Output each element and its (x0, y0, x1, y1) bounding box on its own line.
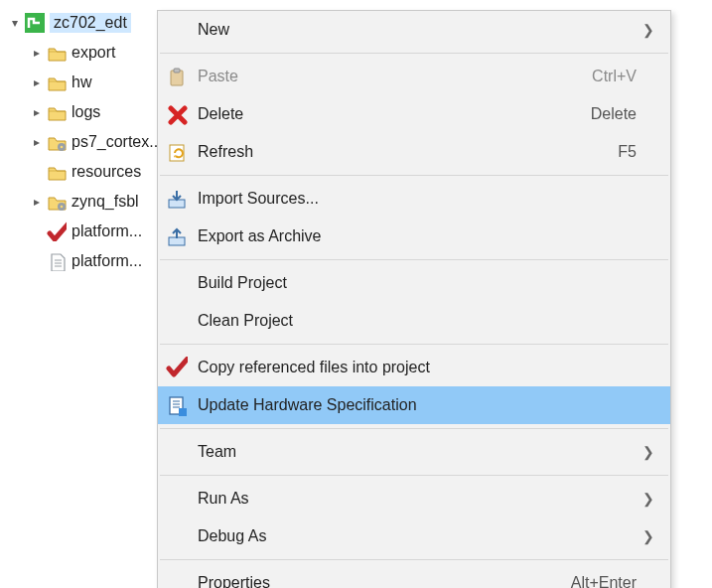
folder-icon (46, 161, 68, 183)
chevron-right-icon: ❯ (637, 491, 654, 507)
menu-separator (160, 475, 668, 476)
blank-icon (164, 439, 190, 465)
menu-item-label: Build Project (198, 274, 637, 292)
menu-item-label: Import Sources... (198, 190, 637, 208)
menu-item[interactable]: Clean Project (158, 302, 670, 340)
menu-item[interactable]: Update Hardware Specification (158, 386, 670, 424)
menu-item[interactable]: Export as Archive (158, 218, 670, 255)
tree-item-label: platform... (71, 222, 142, 240)
menu-item-label: Delete (198, 105, 581, 123)
blank-icon (164, 270, 190, 296)
menu-item-accel: Ctrl+V (592, 68, 637, 85)
tree-root-label: zc702_edt (50, 13, 131, 33)
twisty-right-icon[interactable]: ▸ (30, 195, 44, 209)
menu-item-label: Copy referenced files into project (198, 359, 637, 376)
menu-item-label: Run As (198, 490, 637, 508)
twisty-right-icon[interactable]: ▸ (30, 105, 44, 119)
menu-item-label: Export as Archive (198, 227, 637, 245)
blank-icon (164, 486, 190, 512)
menu-item[interactable]: New❯ (158, 11, 670, 49)
menu-separator (160, 175, 668, 176)
menu-separator (160, 559, 668, 560)
tree-item-label: hw (71, 74, 91, 91)
menu-item: PasteCtrl+V (158, 58, 670, 95)
blank-icon (164, 17, 190, 43)
menu-item-label: Clean Project (198, 312, 637, 330)
menu-item[interactable]: RefreshF5 (158, 133, 670, 171)
menu-separator (160, 259, 668, 260)
blank-icon (164, 308, 190, 334)
file-icon (46, 250, 68, 272)
menu-item-label: Debug As (198, 527, 637, 545)
menu-separator (160, 428, 668, 429)
menu-item-accel: Delete (591, 105, 637, 123)
twisty-down-icon[interactable]: ▾ (8, 16, 22, 30)
tree-item-label: export (71, 44, 115, 62)
tree-item-label: ps7_cortex... (71, 133, 163, 151)
folder-icon (46, 42, 68, 64)
twisty-right-icon[interactable]: ▸ (30, 135, 44, 149)
menu-item[interactable]: DeleteDelete (158, 95, 670, 133)
menu-item-accel: F5 (618, 143, 637, 161)
delete-x-icon (164, 101, 190, 127)
menu-item-label: New (198, 21, 637, 39)
folder-icon (46, 101, 68, 123)
menu-item-label: Paste (198, 68, 582, 85)
menu-item[interactable]: Debug As❯ (158, 517, 670, 555)
chevron-right-icon: ❯ (637, 528, 654, 544)
folder-gear-icon (46, 191, 68, 213)
blank-icon (164, 523, 190, 549)
menu-item-label: Team (198, 443, 637, 461)
export-icon (164, 223, 190, 249)
doc-blue-icon (164, 392, 190, 418)
menu-item-label: Refresh (198, 143, 608, 161)
twisty-right-icon[interactable]: ▸ (30, 46, 44, 60)
tree-item-label: resources (71, 163, 141, 181)
context-menu: New❯PasteCtrl+VDeleteDeleteRefreshF5Impo… (157, 10, 671, 588)
check-red-icon (46, 220, 68, 242)
refresh-icon (164, 139, 190, 165)
check-red-icon (164, 355, 190, 380)
menu-item-label: Update Hardware Specification (198, 396, 637, 414)
menu-item[interactable]: Run As❯ (158, 480, 670, 517)
tree-item-label: logs (71, 103, 100, 121)
menu-item[interactable]: Team❯ (158, 433, 670, 471)
menu-item[interactable]: Build Project (158, 264, 670, 302)
blank-icon (164, 570, 190, 588)
menu-separator (160, 344, 668, 345)
tree-item-label: platform... (71, 252, 142, 270)
twisty-right-icon[interactable]: ▸ (30, 75, 44, 89)
folder-gear-icon (46, 131, 68, 153)
folder-icon (46, 72, 68, 93)
chevron-right-icon: ❯ (637, 22, 654, 38)
chevron-right-icon: ❯ (637, 444, 654, 460)
menu-item[interactable]: PropertiesAlt+Enter (158, 564, 670, 588)
menu-item-accel: Alt+Enter (571, 574, 637, 588)
platform-icon (24, 12, 46, 34)
tree-item-label: zynq_fsbl (71, 193, 139, 211)
menu-item[interactable]: Copy referenced files into project (158, 349, 670, 386)
import-icon (164, 186, 190, 212)
menu-separator (160, 53, 668, 54)
paste-icon (164, 64, 190, 89)
menu-item[interactable]: Import Sources... (158, 180, 670, 218)
menu-item-label: Properties (198, 574, 561, 588)
